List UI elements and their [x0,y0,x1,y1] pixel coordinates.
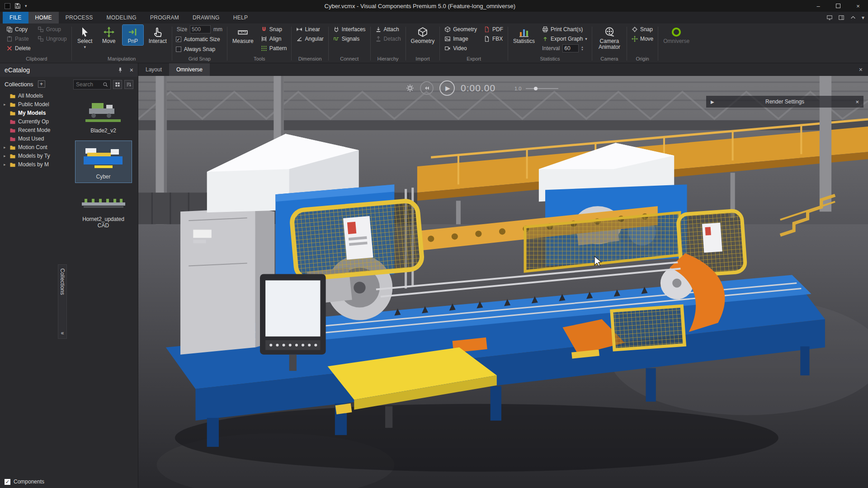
sort-button[interactable] [124,80,133,89]
close-button[interactable]: × [848,0,868,12]
grid-view-button[interactable] [113,80,122,89]
collapse-ribbon-chevron-icon[interactable] [850,14,856,21]
add-collection-button[interactable]: + [38,80,45,88]
tree-item-models-by-manufacturer[interactable]: ▸Models by M [4,160,62,169]
export-geometry-button[interactable]: Geometry [443,25,479,34]
tree-item-most-used[interactable]: ▸Most Used [4,134,62,143]
export-video-button[interactable]: Video [443,44,479,53]
search-box [73,80,111,89]
simulation-speed-slider[interactable] [526,88,558,89]
tree-item-public-model[interactable]: ▸Public Model [4,100,62,108]
pnp-button[interactable]: PnP [123,25,143,45]
tab-drawing[interactable]: DRAWING [186,12,226,23]
pattern-button[interactable]: Pattern [259,44,289,53]
group-label-hierarchy: Hierarchy [373,55,403,63]
maximize-icon [836,4,840,8]
statistics-button[interactable]: Statistics [511,25,537,45]
import-geometry-button[interactable]: Geometry [409,25,437,45]
delete-button[interactable]: Delete [5,44,33,53]
pin-panel-icon[interactable] [117,67,123,73]
model-tile-blade2[interactable]: Blade2_v2 [75,97,132,134]
ungroup-button[interactable]: Ungroup [36,34,69,43]
origin-move-button[interactable]: Move [630,34,655,43]
model-tile-cyber[interactable]: Cyber [75,141,132,183]
attach-button[interactable]: Attach [373,25,403,34]
tree-item-currently-open[interactable]: ▸Currently Op [4,117,62,126]
tree-item-motion-controllers[interactable]: ▸Motion Cont [4,143,62,151]
tree-item-all-models[interactable]: ▸All Models [4,91,62,100]
ribbon-tab-bar: FILE HOME PROCESS MODELING PROGRAM DRAWI… [0,12,868,23]
linear-button[interactable]: Linear [294,25,325,34]
omniverse-ring-icon [671,27,682,38]
group-button[interactable]: Group [36,25,69,34]
reset-simulation-button[interactable] [420,81,434,95]
interfaces-button[interactable]: Interfaces [331,25,368,34]
interact-button[interactable]: Interact [146,25,169,45]
interval-input[interactable] [562,44,579,52]
more-options-caret-icon[interactable]: ▾ [862,14,864,21]
minimize-button[interactable]: – [808,0,828,12]
close-render-settings-icon[interactable]: × [855,99,859,105]
print-charts-button[interactable]: Print Chart(s) [540,25,589,34]
model-thumbnail [80,190,127,213]
export-graph-button[interactable]: Export Graph▾ [540,34,589,43]
model-tile-hornet2[interactable]: Hornet2_updated CAD [75,190,132,229]
viewport-tab-layout[interactable]: Layout [138,63,169,76]
automatic-size-checkbox[interactable]: ✓ Automatic Size [175,35,224,44]
interval-spinner[interactable]: ▴▾ [581,46,583,51]
app-icon[interactable] [5,3,10,9]
tab-help[interactable]: HELP [226,12,255,23]
grid-size-input[interactable] [190,25,211,33]
ribbon-group-connect: Interfaces Signals Connect [329,24,370,63]
quick-access-caret-icon[interactable]: ▾ [25,4,27,8]
align-button[interactable]: Align [259,34,289,43]
paste-button[interactable]: Paste [5,34,33,43]
viewport: Layout Omniverse × [138,63,868,488]
viewport-tab-omniverse[interactable]: Omniverse [169,63,210,76]
slider-knob[interactable] [534,87,538,90]
export-image-button[interactable]: Image [443,34,479,43]
tab-program[interactable]: PROGRAM [143,12,186,23]
measure-button[interactable]: Measure [230,25,256,45]
origin-snap-button[interactable]: Snap [630,25,655,34]
export-pdf-button[interactable]: PDF [482,25,505,34]
maximize-button[interactable] [828,0,848,12]
simulation-settings-gear-icon[interactable] [406,84,414,92]
tree-item-recent-models[interactable]: ▸Recent Mode [4,126,62,134]
search-icon[interactable] [103,82,108,87]
save-icon[interactable] [14,3,21,9]
select-button[interactable]: Select ▾ [75,25,95,50]
tree-item-my-models[interactable]: ▸My Models [4,108,62,117]
bar-chart-icon [519,27,529,38]
camera-animator-button[interactable]: Camera Animator [595,25,624,51]
ribbon-group-camera: Camera Animator Camera [592,24,627,63]
tab-modeling[interactable]: MODELING [100,12,143,23]
tab-file[interactable]: FILE [3,12,28,23]
tree-item-models-by-type[interactable]: ▸Models by Ty [4,151,62,160]
expand-icon: ▸ [4,145,7,150]
export-fbx-button[interactable]: FBX [482,34,505,43]
components-checkbox[interactable]: ✓ [5,479,10,485]
copy-button[interactable]: Copy [5,25,33,34]
play-simulation-button[interactable]: ▶ [439,80,455,96]
close-panel-icon[interactable]: × [130,66,133,74]
viewport-3d-scene[interactable]: ▶ 0:00.00 1.0 ▶ Render Settings × [138,76,868,488]
workspace-layout-icon[interactable] [826,14,833,21]
ecatalog-title: eCatalog [5,66,111,74]
angular-button[interactable]: Angular [294,34,325,43]
search-input[interactable] [76,81,103,88]
viewport-close-icon[interactable]: × [859,63,863,76]
omniverse-button[interactable]: Omniverse [661,25,692,45]
snap-button[interactable]: Snap [259,25,289,34]
always-snap-checkbox[interactable]: Always Snap [175,45,224,54]
move-button[interactable]: Move [99,25,119,45]
signals-button[interactable]: Signals [331,34,368,43]
show-panels-icon[interactable] [838,14,844,21]
detach-button[interactable]: Detach [373,34,403,43]
expand-render-settings-icon[interactable]: ▶ [711,99,714,104]
tab-home[interactable]: HOME [28,12,59,23]
collections-side-tab[interactable]: Collections « [58,264,67,339]
simulation-time: 0:00.00 [461,83,495,94]
collapse-panel-icon[interactable]: « [61,328,64,338]
tab-process[interactable]: PROCESS [59,12,100,23]
